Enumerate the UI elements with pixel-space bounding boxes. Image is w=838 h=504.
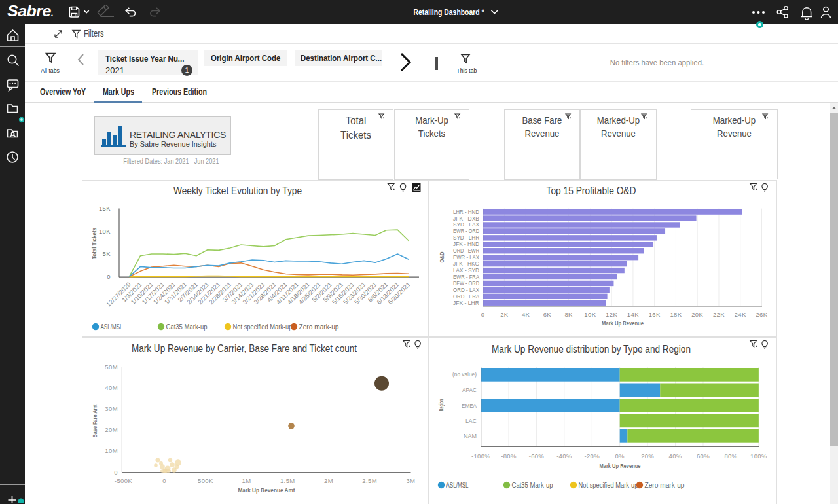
svg-text:12K: 12K <box>606 311 617 318</box>
svg-text:26K: 26K <box>756 311 767 318</box>
svg-text:0: 0 <box>107 273 111 280</box>
svg-text:-100%: -100% <box>471 452 490 459</box>
svg-text:Cat35 Mark-up: Cat35 Mark-up <box>512 482 553 489</box>
svg-text:JFK - HKG: JFK - HKG <box>453 261 479 267</box>
svg-text:ASL/MSL: ASL/MSL <box>101 323 123 331</box>
svg-text:LAX - SYD: LAX - SYD <box>453 267 479 274</box>
svg-text:SYD - LAX: SYD - LAX <box>453 221 479 228</box>
svg-text:40%: 40% <box>669 452 682 459</box>
svg-text:Total Tickets: Total Tickets <box>91 228 98 259</box>
svg-text:40M: 40M <box>105 384 118 391</box>
svg-text:SYD - LHR: SYD - LHR <box>453 234 479 241</box>
svg-text:DFW - ORD: DFW - ORD <box>453 280 479 287</box>
svg-text:Zero mark-up: Zero mark-up <box>645 482 685 489</box>
svg-text:30M: 30M <box>105 405 118 412</box>
svg-text:15K: 15K <box>99 205 111 212</box>
svg-text:Top 15 Profitable O&D: Top 15 Profitable O&D <box>547 185 636 197</box>
svg-text:2K: 2K <box>500 311 509 318</box>
svg-text:ASL/MSL: ASL/MSL <box>446 482 469 489</box>
svg-text:2.5M: 2.5M <box>362 477 377 484</box>
svg-text:APAC: APAC <box>462 386 477 393</box>
svg-text:14K: 14K <box>627 311 639 318</box>
svg-text:20M: 20M <box>105 426 118 433</box>
svg-text:Mark Up Revenue: Mark Up Revenue <box>602 319 644 327</box>
svg-text:20K: 20K <box>691 311 703 318</box>
svg-text:0%: 0% <box>615 452 625 459</box>
svg-text:100%: 100% <box>750 452 767 459</box>
svg-text:20%: 20% <box>641 452 654 459</box>
svg-text:LAC: LAC <box>465 417 477 424</box>
svg-text:3M: 3M <box>406 477 415 484</box>
svg-text:4K: 4K <box>522 311 530 318</box>
svg-text:5K: 5K <box>103 250 111 257</box>
svg-text:500K: 500K <box>198 477 213 484</box>
svg-text:Zero mark-up: Zero mark-up <box>299 323 339 331</box>
svg-text:8K: 8K <box>564 311 573 318</box>
svg-text:24K: 24K <box>735 311 746 318</box>
svg-text:-500K: -500K <box>115 477 133 484</box>
svg-text:0: 0 <box>481 311 485 318</box>
svg-text:JFK - LHR: JFK - LHR <box>453 300 479 306</box>
svg-text:6K: 6K <box>543 311 552 318</box>
svg-text:80%: 80% <box>724 452 737 459</box>
svg-text:LHR - HND: LHR - HND <box>453 209 479 215</box>
svg-text:50M: 50M <box>105 363 118 370</box>
svg-text:10K: 10K <box>99 228 111 235</box>
svg-text:(no value): (no value) <box>452 370 477 378</box>
svg-text:-20%: -20% <box>585 452 600 459</box>
svg-text:22K: 22K <box>713 311 725 318</box>
svg-text:18K: 18K <box>670 311 682 318</box>
svg-text:EWR - FRA: EWR - FRA <box>453 274 479 280</box>
svg-text:Mark Up Revenue by Carrier, Ba: Mark Up Revenue by Carrier, Base Fare an… <box>132 342 357 355</box>
svg-text:Region: Region <box>438 399 445 412</box>
svg-text:Weekly Ticket Evolution by Typ: Weekly Ticket Evolution by Type <box>173 185 302 197</box>
svg-text:ORD - FRA: ORD - FRA <box>453 293 479 300</box>
svg-text:Base Fare Amt: Base Fare Amt <box>92 405 98 438</box>
svg-text:EWR - LAX: EWR - LAX <box>453 254 479 261</box>
svg-text:10M: 10M <box>105 447 118 454</box>
svg-text:Not specified Mark-up: Not specified Mark-up <box>579 482 638 489</box>
svg-text:EMEA: EMEA <box>462 402 477 409</box>
svg-text:Mark Up Revenue Amt: Mark Up Revenue Amt <box>238 486 296 494</box>
svg-text:Mark Up Revenue distribution b: Mark Up Revenue distribution by Type and… <box>492 343 691 355</box>
svg-text:O&D: O&D <box>439 251 445 262</box>
svg-text:ORD - LAX: ORD - LAX <box>453 287 479 293</box>
svg-text:-80%: -80% <box>501 452 517 459</box>
svg-text:0: 0 <box>114 469 118 476</box>
svg-text:1.5M: 1.5M <box>280 477 295 484</box>
svg-text:60%: 60% <box>697 452 710 459</box>
svg-text:1M: 1M <box>242 477 251 484</box>
svg-text:NAM: NAM <box>464 432 477 439</box>
svg-text:10K: 10K <box>584 311 596 318</box>
svg-text:0: 0 <box>162 477 166 484</box>
svg-text:JFK - DXB: JFK - DXB <box>453 215 479 222</box>
svg-text:16K: 16K <box>649 311 661 318</box>
svg-text:JFK - HND: JFK - HND <box>453 241 479 247</box>
svg-text:-60%: -60% <box>529 452 545 459</box>
svg-text:2M: 2M <box>324 477 333 484</box>
svg-text:Cat35 Mark-up: Cat35 Mark-up <box>166 323 208 331</box>
svg-text:ORD - EWR: ORD - EWR <box>453 247 479 254</box>
svg-text:Mark Up Revenue: Mark Up Revenue <box>600 462 641 469</box>
svg-text:-40%: -40% <box>556 452 572 459</box>
svg-text:EWR - ORD: EWR - ORD <box>453 228 479 234</box>
svg-text:Not specified Mark-up: Not specified Mark-up <box>233 323 293 331</box>
